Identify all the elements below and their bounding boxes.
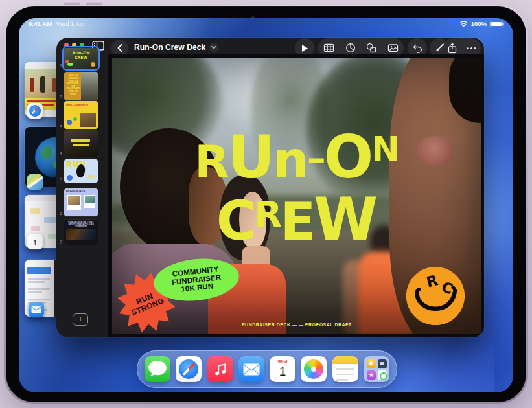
wifi-icon <box>459 21 468 27</box>
star-mini-icon: ★ <box>367 370 376 380</box>
more-icon <box>467 47 476 50</box>
shapes-icon <box>366 43 376 53</box>
chart-icon <box>345 43 356 53</box>
photos-app-icon[interactable] <box>301 356 327 382</box>
slide-number: 7 <box>56 240 62 244</box>
dock: Wed 1 ★ <box>137 350 397 388</box>
shapes-button[interactable] <box>366 43 376 53</box>
tips-mini-icon <box>367 359 376 368</box>
music-note-icon <box>213 362 227 376</box>
mini-event <box>31 226 40 231</box>
notes-header <box>332 356 358 364</box>
slide-thumbnail-4[interactable] <box>64 130 98 157</box>
notes-app-icon[interactable] <box>332 356 358 382</box>
media-icon <box>387 43 399 53</box>
calendar-weekday: Wed <box>270 359 295 365</box>
slide-photo: RUn–ON CREW RUN STRONG COMMUNITY <box>112 58 481 334</box>
media-button[interactable] <box>387 43 399 53</box>
play-icon <box>301 44 308 52</box>
messages-bubble-icon <box>145 356 170 382</box>
slide-caption[interactable]: FUNDRAISER DECK — — PROPOSAL DRAFT <box>112 323 481 327</box>
mail-app-icon[interactable] <box>238 356 264 382</box>
slide-number: 4 <box>56 151 62 155</box>
chevron-down-icon <box>211 45 216 49</box>
rc-smiley-sticker[interactable]: R C <box>405 266 466 326</box>
slide-thumbnail-2[interactable]: RUN-ON STRONG RUN-ON FREE RUN-ON TOGETHE… <box>64 72 98 100</box>
maps-app-badge[interactable] <box>27 174 43 190</box>
apps-folder-icon[interactable]: ★ <box>364 356 389 382</box>
table-icon <box>323 43 334 53</box>
chevron-left-icon <box>117 43 123 52</box>
messages-app-icon[interactable] <box>145 356 170 382</box>
battery-percent: 100% <box>471 20 487 27</box>
mini-selected-email <box>27 267 51 274</box>
ipad-screen: 9:41 AM Wed 1 Apr 100% <box>19 18 513 392</box>
ipad-bezel: 9:41 AM Wed 1 Apr 100% <box>6 6 526 402</box>
slide-thumbnail-7[interactable]: RUN-ON CREW ISN'T ONLY ABOUT FITNESS IT'… <box>64 220 98 245</box>
title-menu-button[interactable] <box>209 43 218 52</box>
mini-event <box>44 217 56 223</box>
calendar-day: 1 <box>270 365 295 378</box>
safari-app-icon[interactable] <box>176 356 202 382</box>
undo-icon <box>412 43 422 53</box>
ipad-device: 9:41 AM Wed 1 Apr 100% <box>4 5 528 404</box>
battery-icon <box>490 21 503 27</box>
mail-envelope-icon <box>243 363 260 376</box>
chart-button[interactable] <box>345 43 356 53</box>
status-bar: 9:41 AM Wed 1 Apr 100% <box>19 19 513 28</box>
share-button[interactable] <box>448 43 457 54</box>
share-icon <box>448 43 457 54</box>
keynote-window: Run-On Crew Deck <box>56 38 484 337</box>
slide-thumbnail-1[interactable]: RUn–ON CREW <box>64 48 98 69</box>
slide-title[interactable]: RUn–ON CREW <box>128 131 465 246</box>
table-button[interactable] <box>323 43 334 53</box>
music-app-icon[interactable] <box>207 356 233 382</box>
slide-number: 5 <box>56 177 62 182</box>
slide-number: 3 <box>56 123 62 128</box>
slide-thumbnail-6[interactable]: OUR EVENTS <box>64 188 98 216</box>
more-button[interactable] <box>467 47 476 50</box>
slide-number: 1 <box>56 63 62 68</box>
maps-icon <box>27 175 43 189</box>
rc-smiley-icon: R C <box>405 266 466 326</box>
mail-app-badge[interactable] <box>29 302 44 317</box>
mini-app-icon <box>378 359 387 368</box>
add-slide-button[interactable]: + <box>73 313 88 326</box>
clock-date: Wed 1 Apr <box>56 20 85 27</box>
slide-title-line2: CREW <box>128 193 465 246</box>
document-title-group[interactable]: Run-On Crew Deck <box>134 43 218 52</box>
slide-canvas[interactable]: RUn–ON CREW RUN STRONG COMMUNITY <box>108 54 484 337</box>
photos-flower-icon <box>304 359 323 379</box>
document-title: Run-On Crew Deck <box>134 43 205 52</box>
calendar-app-icon[interactable]: Wed 1 <box>270 356 295 382</box>
calendar-app-badge[interactable]: 1 <box>27 234 43 249</box>
safari-app-badge[interactable] <box>27 103 43 119</box>
slide-number: 2 <box>56 95 62 99</box>
slide-thumbnail-3[interactable]: OUR COMMUNITY <box>64 101 98 129</box>
slide-number: 6 <box>56 211 62 216</box>
slide-title-line1: RUn–ON <box>128 131 465 193</box>
slide-thumbnail-5[interactable]: RUN 10K <box>64 159 98 183</box>
fitness-mini-icon <box>378 370 387 380</box>
mini-event <box>30 208 40 214</box>
mail-icon <box>31 306 41 313</box>
clock-time: 9:41 AM <box>29 20 52 27</box>
